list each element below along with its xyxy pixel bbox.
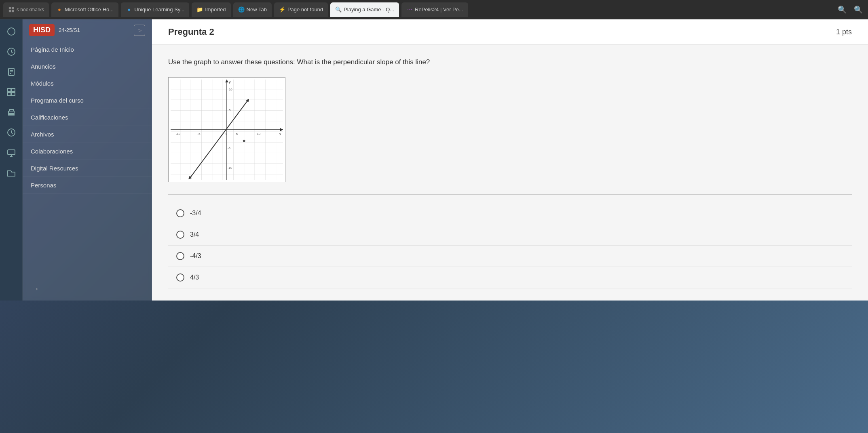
sidebar-item-anuncios[interactable]: Anuncios [23,58,152,75]
tab-page-not-found-label: Page not found [287,6,323,13]
main-layout: HISD 24-25/S1 ▷ Página de Inicio Anuncio… [0,19,868,301]
x-label: x [279,132,281,136]
radio-circle-3[interactable] [176,273,184,282]
main-content-area: Pregunta 2 1 pts Use the graph to answer… [152,19,868,301]
sidebar-home-icon-btn[interactable] [3,23,19,40]
sidebar-screen-icon-btn[interactable] [3,145,19,161]
graph-container: x y -10 -5 0 5 10 10 5 -5 -10 [168,77,285,182]
tab-imported-label: Imported [205,6,226,13]
digital-resources-label: Digital Resources [31,165,78,172]
answer-option-1[interactable]: 3/4 [168,224,852,246]
tab-repelis-label: RePelis24 | Ver Pe... [415,6,463,13]
left-nav-header: HISD 24-25/S1 ▷ [23,19,152,41]
grid-icon [8,6,15,13]
answer-label-3: 4/3 [190,274,199,281]
x-axis-arrow [280,128,283,131]
svg-rect-11 [12,88,15,92]
programa-label: Programa del curso [31,97,84,104]
graph-dot [243,139,245,142]
tab-microsoft[interactable]: ● Microsoft Office Ho... [51,2,118,17]
answer-option-2[interactable]: -4/3 [168,246,852,267]
svg-rect-10 [8,88,11,92]
search-button-2[interactable]: 🔍 [852,3,865,16]
tick-y-10: 10 [229,87,232,91]
bolt-icon: ⚡ [279,6,285,13]
browser-tab-bar: s bookmarks ● Microsoft Office Ho... ● U… [0,0,868,19]
radio-circle-0[interactable] [176,209,184,217]
tab-playing-game-label: Playing a Game - Q... [344,6,394,13]
colaboraciones-label: Colaboraciones [31,148,73,155]
tab-imported[interactable]: 📁 Imported [192,2,230,17]
graph-line-tail [191,177,191,177]
tab-unique-learning[interactable]: ● Unique Learning Sy... [121,2,189,17]
answer-label-2: -4/3 [190,252,201,260]
tick-x-0: 0 [226,132,228,135]
tab-page-not-found[interactable]: ⚡ Page not found [274,2,328,17]
personas-label: Personas [31,182,56,189]
graph-svg: x y -10 -5 0 5 10 10 5 -5 -10 [169,78,285,182]
svg-rect-15 [9,113,13,115]
sidebar-item-programa[interactable]: Programa del curso [23,92,152,109]
tab-new-tab[interactable]: 🌐 New Tab [233,2,272,17]
sidebar-doc-icon-btn[interactable] [3,64,19,80]
sidebar-item-digital-resources[interactable]: Digital Resources [23,160,152,177]
svg-rect-2 [9,10,11,12]
repelis-icon: ⋯ [406,6,413,13]
svg-rect-3 [12,10,14,12]
globe-icon: 🌐 [238,6,245,13]
y-axis-arrow [225,79,228,82]
tab-repelis[interactable]: ⋯ RePelis24 | Ver Pe... [401,2,468,17]
tick-x-minus5: -5 [198,132,201,135]
svg-rect-1 [12,7,14,9]
hisd-badge: HISD [29,24,55,36]
answer-option-3[interactable]: 4/3 [168,267,852,288]
quiz-header: Pregunta 2 1 pts [152,19,868,45]
sidebar-item-modulos[interactable]: Módulos [23,75,152,92]
sidebar-item-pagina-inicio[interactable]: Página de Inicio [23,41,152,58]
tab-new-tab-label: New Tab [247,6,267,13]
search-tab-icon: 🔍 [335,6,342,13]
sidebar-clock-icon-btn[interactable] [3,44,19,60]
tick-y-minus5: -5 [228,146,231,149]
tab-playing-game[interactable]: 🔍 Playing a Game - Q... [330,2,399,17]
svg-rect-12 [8,92,11,96]
bottom-arrow[interactable]: → [23,277,152,301]
answer-separator [168,194,852,195]
answer-option-0[interactable]: -3/4 [168,203,852,224]
pagina-inicio-label: Página de Inicio [31,46,74,53]
anuncios-label: Anuncios [31,63,56,70]
sidebar-clock2-icon-btn[interactable] [3,124,19,141]
tick-x-5: 5 [236,132,238,135]
radio-circle-1[interactable] [176,231,184,239]
expand-button[interactable]: ▷ [134,25,145,36]
tab-bookmarks-label: s bookmarks [17,7,44,13]
answer-label-1: 3/4 [190,231,199,238]
answer-options-container: -3/4 3/4 -4/3 4/3 [168,203,852,288]
arrow-icon: → [31,284,40,294]
tick-y-5: 5 [229,108,231,112]
tab-unique-learning-label: Unique Learning Sy... [134,6,184,13]
sidebar-icon-rail [0,19,23,301]
svg-rect-17 [8,150,15,155]
left-nav-panel: HISD 24-25/S1 ▷ Página de Inicio Anuncio… [23,19,152,301]
sidebar-item-calificaciones[interactable]: Calificaciones [23,109,152,126]
microsoft-icon: ● [56,6,63,13]
tab-microsoft-label: Microsoft Office Ho... [65,6,114,13]
tick-x-minus10: -10 [176,132,181,135]
tick-y-minus10: -10 [228,166,232,170]
svg-rect-0 [9,7,11,9]
quiz-points: 1 pts [836,28,852,36]
sidebar-grid-icon-btn[interactable] [3,84,19,100]
breadcrumb: 24-25/S1 [59,27,80,33]
unique-learning-icon: ● [126,6,132,13]
sidebar-folder-icon-btn[interactable] [3,165,19,181]
radio-circle-2[interactable] [176,252,184,260]
search-button[interactable]: 🔍 [836,3,849,16]
sidebar-item-archivos[interactable]: Archivos [23,126,152,143]
answer-label-0: -3/4 [190,210,201,217]
sidebar-item-personas[interactable]: Personas [23,177,152,194]
tab-bookmarks[interactable]: s bookmarks [3,2,49,17]
sidebar-item-colaboraciones[interactable]: Colaboraciones [23,143,152,160]
y-label: y [229,80,231,84]
sidebar-print-icon-btn[interactable] [3,104,19,120]
